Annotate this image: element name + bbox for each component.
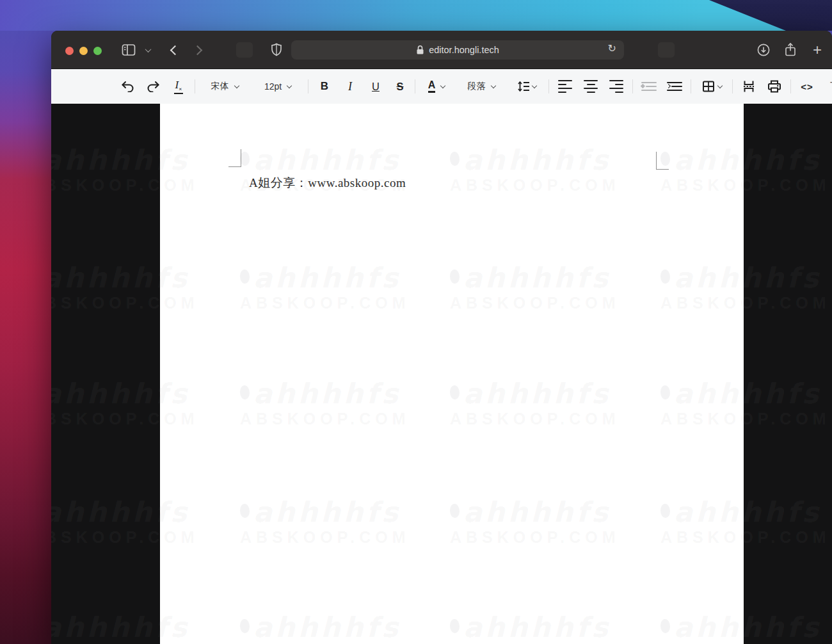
align-center-button[interactable] [578,76,604,97]
chevron-down-icon [532,83,537,88]
sidebar-toggle-button[interactable] [119,40,138,60]
watermark-tile: ahhhhfsABSKOOP.COM [160,380,198,428]
watermark-tile: ahhhhfsABSKOOP.COM [160,264,198,312]
line-height-select[interactable] [508,76,545,97]
watermark-tile: ahhhhfsABSKOOP.COM [450,146,620,195]
watermark-logo-icon [450,270,460,284]
close-window-button[interactable] [65,47,74,55]
redo-icon [147,81,160,92]
code-view-button[interactable]: <> [794,76,820,97]
paragraph-format-select[interactable]: 段落 [454,76,508,97]
watermark-tile: ahhhhfsABSKOOP.COM [240,498,410,547]
new-tab-button[interactable]: + [808,40,827,60]
shield-icon [270,43,283,57]
downloads-button[interactable] [754,40,773,60]
watermark-tile: ahhhhfsABSKOOP.COM [450,264,620,312]
outdent-button[interactable] [636,76,662,97]
outdent-icon [641,82,657,92]
chevron-down-icon [490,83,495,88]
undo-button[interactable] [115,76,140,97]
bold-button[interactable]: B [312,76,337,97]
watermark-logo-icon [450,152,460,166]
underline-button[interactable]: U [363,76,388,97]
align-left-icon [558,80,572,93]
strikethrough-button[interactable]: S [388,76,412,97]
watermark-tile: ahhhhfsABSKOOP.COM [450,498,620,547]
minimize-window-button[interactable] [79,47,88,55]
printer-icon [767,80,781,93]
share-button[interactable] [781,40,800,60]
extension-ghost-icon[interactable] [658,42,675,58]
insert-table-select[interactable] [694,76,729,97]
privacy-report-button[interactable] [268,40,285,60]
address-bar[interactable]: editor.hongli.tech ↻ [291,40,624,60]
page-break-button[interactable] [736,76,762,97]
watermark-logo-icon [450,619,460,633]
page-break-icon [742,80,756,93]
download-circle-icon [756,43,771,57]
font-size-select[interactable]: 12pt [251,76,305,97]
forward-button[interactable] [189,40,209,60]
toolbar-separator [415,79,415,93]
clear-formatting-icon: I× [174,79,184,94]
document-page[interactable]: ahhhhfsABSKOOP.COMahhhhfsABSKOOP.COMahhh… [160,104,744,644]
lock-icon [416,45,424,55]
watermark-tile: ahhhhfsABSKOOP.COM [660,380,744,428]
desktop-wallpaper: editor.hongli.tech ↻ + [0,0,832,644]
print-button[interactable] [762,76,787,97]
chevron-down-icon [440,83,445,88]
zoom-window-button[interactable] [93,47,102,55]
watermark-tile: ahhhhfsABSKOOP.COM [240,613,410,644]
italic-button[interactable]: I [337,76,363,97]
align-left-button[interactable] [552,76,578,97]
download-document-button[interactable]: 下载 [820,76,832,97]
toolbar-separator [308,79,308,93]
editor-toolbar: I× 宋体 12pt B I U S A 段落 [51,69,832,104]
indent-button[interactable] [662,76,687,97]
editor-content-area: ahhhhfsABSKOOP.COMahhhhfsABSKOOP.COMahhh… [51,104,832,644]
chevron-down-icon [287,83,292,88]
watermark-tile: ahhhhfsABSKOOP.COM [240,380,410,428]
code-view-icon: <> [801,81,813,92]
redo-button[interactable] [140,76,166,97]
watermark-logo-icon [240,619,250,633]
sidebar-icon [122,44,136,56]
plus-icon: + [813,41,822,59]
url-text: editor.hongli.tech [429,45,499,55]
watermark-tile: ahhhhfsABSKOOP.COM [660,498,744,547]
watermark-logo-icon [240,152,250,166]
clear-formatting-button[interactable]: I× [166,76,191,97]
share-icon [784,42,797,58]
chevron-down-icon [234,83,239,88]
font-family-select[interactable]: 宋体 [198,76,251,97]
font-family-value: 宋体 [211,81,229,92]
browser-titlebar: editor.hongli.tech ↻ + [51,31,832,69]
watermark-tile: ahhhhfsABSKOOP.COM [450,380,620,428]
reload-button[interactable]: ↻ [608,42,616,54]
font-color-select[interactable]: A [419,76,454,97]
watermark-logo-icon [660,385,670,399]
margin-corner-mark-right [656,152,669,170]
watermark-logo-icon [450,504,460,518]
toolbar-separator [548,79,549,93]
chevron-left-icon [170,45,180,55]
back-button[interactable] [164,40,183,60]
watermark-tile: ahhhhfsABSKOOP.COM [160,146,198,195]
toolbar-separator [691,79,691,93]
line-height-icon [517,81,530,92]
document-text[interactable]: A姐分享：www.abskoop.com [249,175,406,191]
align-right-button[interactable] [604,76,629,97]
margin-corner-mark-left [228,149,241,167]
watermark-layer-page: ahhhhfsABSKOOP.COMahhhhfsABSKOOP.COMahhh… [160,104,744,644]
watermark-logo-icon [240,385,250,399]
toolbar-separator [195,79,195,93]
toolbar-separator [732,79,733,93]
table-icon [702,80,715,93]
sidebar-menu-chevron[interactable] [142,40,154,60]
indent-icon [667,82,682,92]
extension-ghost-icon[interactable] [236,42,253,58]
watermark-logo-icon [240,270,250,284]
watermark-tile: ahhhhfsABSKOOP.COM [160,498,198,547]
toolbar-separator [632,79,633,93]
undo-icon [121,81,134,92]
